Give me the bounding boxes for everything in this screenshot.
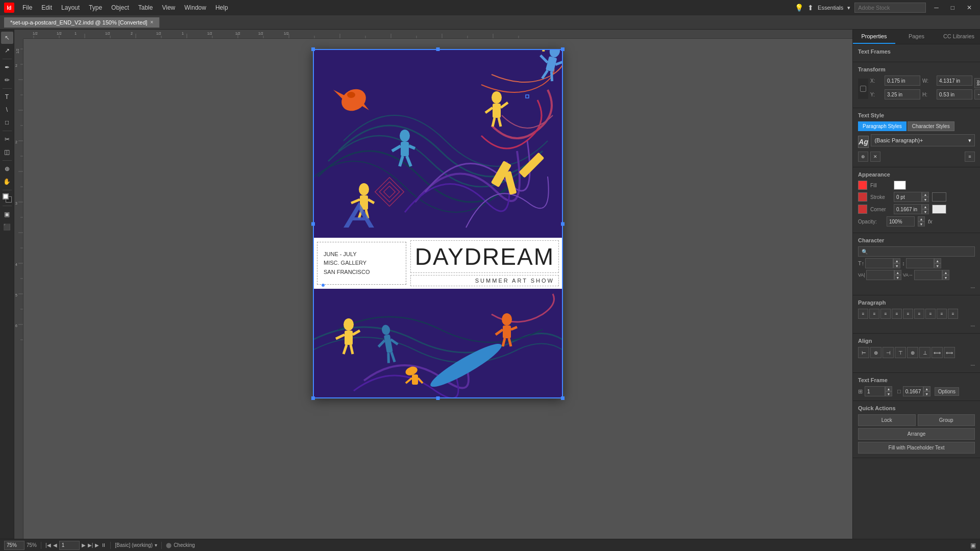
direct-select-tool[interactable]: ↗: [1, 44, 13, 57]
options-button[interactable]: Options: [935, 387, 959, 396]
h-input[interactable]: [937, 89, 972, 99]
nav-next-btn[interactable]: ▶: [82, 542, 86, 548]
document-tab[interactable]: *set-up-a-postcard_END_V2.indd @ 150% [C…: [4, 17, 160, 28]
preview-btn[interactable]: ▣: [1, 208, 13, 220]
handle-tl[interactable]: [311, 47, 315, 51]
nav-last-btn[interactable]: ▶|: [88, 542, 93, 548]
align-center-btn[interactable]: ≡: [869, 309, 879, 319]
handle-br[interactable]: [561, 396, 565, 400]
scissors-tool[interactable]: ✂: [1, 133, 13, 145]
handle-bm[interactable]: [436, 396, 440, 400]
presentation-btn[interactable]: ⬛: [1, 221, 13, 233]
fill-swatch[interactable]: [894, 181, 906, 190]
align-right-btn[interactable]: ≡: [880, 309, 891, 319]
menu-edit[interactable]: Edit: [37, 2, 56, 13]
menu-table[interactable]: Table: [134, 2, 157, 13]
zoom-input[interactable]: [4, 541, 24, 550]
search-input[interactable]: [854, 3, 926, 13]
expand-panel-btn[interactable]: ▣: [970, 542, 976, 549]
arrange-button[interactable]: Arrange: [858, 428, 975, 440]
pen-tool[interactable]: ✒: [1, 61, 13, 73]
opacity-up[interactable]: ▲: [918, 216, 925, 221]
handle-ml[interactable]: [311, 222, 315, 226]
align-away-spine-btn[interactable]: ≡: [948, 309, 958, 319]
pencil-tool[interactable]: ✏: [1, 74, 13, 86]
menu-object[interactable]: Object: [107, 2, 133, 13]
corner-swatch[interactable]: [932, 205, 946, 214]
distribute-v-btn[interactable]: ⟺: [944, 347, 955, 358]
stroke-input[interactable]: [894, 192, 922, 202]
align-justify-btn[interactable]: ≡: [892, 309, 902, 319]
tab-properties[interactable]: Properties: [853, 30, 895, 44]
kerning-input[interactable]: [866, 270, 894, 280]
tab-cc-libraries[interactable]: CC Libraries: [938, 30, 980, 44]
select-tool[interactable]: ↖: [1, 32, 13, 44]
track-down[interactable]: ▼: [942, 275, 949, 280]
w-input[interactable]: [937, 76, 972, 86]
align-justify-right-btn[interactable]: ≡: [903, 309, 913, 319]
align-right-edge-btn[interactable]: ⊣: [883, 347, 894, 358]
new-style-icon[interactable]: ⊕: [858, 152, 868, 162]
tab-pages[interactable]: Pages: [895, 30, 938, 44]
menu-file[interactable]: File: [18, 2, 36, 13]
leading-down[interactable]: ▼: [934, 263, 941, 268]
flip-h-icon[interactable]: ↔: [974, 89, 980, 99]
leading-up[interactable]: ▲: [934, 258, 941, 263]
nav-first-btn[interactable]: |◀: [45, 542, 51, 548]
corner-down[interactable]: ▼: [922, 209, 929, 214]
minimize-button[interactable]: ─: [930, 3, 943, 13]
align-bottom-edge-btn[interactable]: ⊥: [919, 347, 930, 358]
tab-close-icon[interactable]: ×: [151, 19, 154, 25]
opacity-down[interactable]: ▼: [918, 221, 925, 227]
columns-input[interactable]: [865, 386, 885, 396]
handle-bl[interactable]: [311, 396, 315, 400]
nav-prev-btn[interactable]: ◀: [53, 542, 57, 548]
corner-icon[interactable]: [858, 205, 867, 214]
kern-down[interactable]: ▼: [894, 275, 901, 280]
track-up[interactable]: ▲: [942, 270, 949, 275]
play-btn[interactable]: ▶: [95, 542, 99, 548]
share-icon[interactable]: ⬆: [807, 4, 814, 12]
group-button[interactable]: Group: [918, 414, 975, 426]
essentials-label[interactable]: Essentials: [818, 5, 843, 11]
handle-mr[interactable]: [561, 222, 565, 226]
char-expand-icon[interactable]: •••: [971, 285, 975, 290]
style-dropdown-btn[interactable]: ▾: [155, 542, 157, 548]
text-frame-right[interactable]: DAYDREAM SUMMER ART SHOW: [406, 238, 563, 289]
leading-input[interactable]: [906, 258, 934, 268]
menu-help[interactable]: Help: [211, 2, 232, 13]
font-size-down[interactable]: ▼: [893, 263, 900, 268]
style-dropdown[interactable]: (Basic Paragraph)+ ▾: [871, 134, 975, 146]
fx-button[interactable]: fx: [928, 218, 933, 224]
page-input[interactable]: [59, 541, 80, 550]
opacity-input[interactable]: [887, 216, 915, 227]
align-v-center-btn[interactable]: ⊕: [907, 347, 918, 358]
character-styles-btn[interactable]: Character Styles: [908, 121, 954, 131]
line-tool[interactable]: \: [1, 104, 13, 116]
paragraph-styles-btn[interactable]: Paragraph Styles: [858, 121, 906, 131]
align-left-edge-btn[interactable]: ⊢: [858, 347, 869, 358]
handle-tm[interactable]: [436, 47, 440, 51]
para-expand-icon[interactable]: •••: [971, 323, 975, 328]
chain-icon[interactable]: ⛓: [974, 78, 980, 88]
kern-up[interactable]: ▲: [894, 270, 901, 275]
align-top-edge-btn[interactable]: ⊤: [895, 347, 906, 358]
gradient-tool[interactable]: ◫: [1, 146, 13, 158]
font-size-up[interactable]: ▲: [893, 258, 900, 263]
menu-view[interactable]: View: [158, 2, 179, 13]
align-justify-full-btn[interactable]: ≡: [925, 309, 936, 319]
y-input[interactable]: [885, 89, 920, 99]
stroke-swatch[interactable]: [932, 192, 946, 202]
font-size-input[interactable]: [865, 258, 893, 268]
style-options-icon[interactable]: ≡: [965, 152, 975, 162]
fill-stroke-indicator[interactable]: [3, 193, 12, 203]
canvas-viewport[interactable]: JUNE - JULY MISC. GALLERY SAN FRANCISCO …: [23, 39, 852, 539]
align-justify-center-btn[interactable]: ≡: [914, 309, 924, 319]
maximize-button[interactable]: □: [947, 3, 959, 13]
handle-tr[interactable]: [561, 47, 565, 51]
font-search-input[interactable]: [858, 246, 975, 257]
zoom-tool[interactable]: ⊕: [1, 163, 13, 175]
distribute-h-btn[interactable]: ⟺: [932, 347, 943, 358]
inset-down[interactable]: ▼: [923, 391, 930, 396]
columns-down[interactable]: ▼: [885, 391, 892, 396]
